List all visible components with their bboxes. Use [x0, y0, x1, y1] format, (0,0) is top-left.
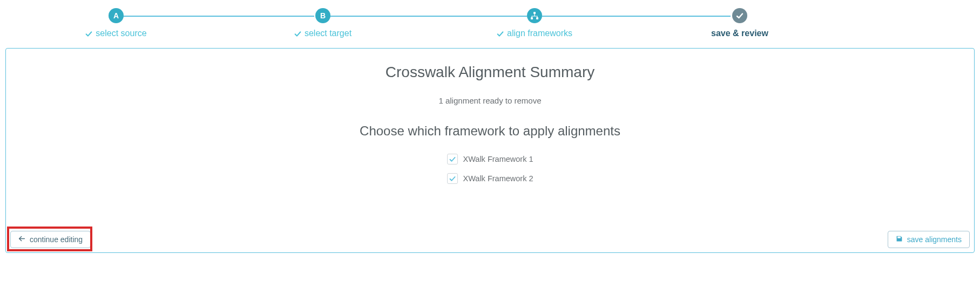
check-circle-icon: [735, 11, 744, 20]
step-label-text: save & review: [711, 29, 768, 38]
step-badge: [732, 8, 747, 23]
framework-label: XWalk Framework 1: [463, 155, 533, 163]
alignment-status-text: 1 alignment ready to remove: [11, 96, 969, 105]
step-align-frameworks[interactable]: align frameworks: [489, 8, 580, 38]
svg-rect-0: [533, 12, 536, 14]
svg-rect-1: [531, 17, 533, 19]
framework-list: XWalk Framework 1 XWalk Framework 2: [11, 154, 969, 184]
summary-panel: Crosswalk Alignment Summary 1 alignment …: [5, 48, 975, 253]
step-label-text: select source: [96, 29, 146, 38]
step-badge: [527, 8, 542, 23]
checkbox-checked[interactable]: [447, 154, 458, 164]
check-icon: [294, 30, 301, 37]
check-icon: [85, 30, 92, 37]
framework-label: XWalk Framework 2: [463, 174, 533, 183]
button-label: continue editing: [30, 235, 83, 244]
step-badge: B: [315, 8, 330, 23]
step-label-text: select target: [305, 29, 352, 38]
step-select-source[interactable]: A select source: [76, 8, 157, 38]
svg-rect-2: [536, 17, 538, 19]
continue-editing-button[interactable]: continue editing: [10, 231, 91, 248]
sitemap-icon: [530, 11, 539, 20]
step-select-target[interactable]: B select target: [282, 8, 363, 38]
progress-stepper: A select source B select target: [5, 8, 975, 43]
arrow-left-icon: [18, 235, 25, 244]
save-icon: [896, 235, 903, 244]
step-label-text: align frameworks: [507, 29, 572, 38]
framework-option[interactable]: XWalk Framework 2: [447, 173, 533, 184]
step-save-review[interactable]: save & review: [702, 8, 778, 38]
check-icon: [497, 30, 504, 37]
framework-option[interactable]: XWalk Framework 1: [447, 154, 533, 164]
page-title: Crosswalk Alignment Summary: [11, 64, 969, 81]
checkbox-checked[interactable]: [447, 173, 458, 184]
button-label: save alignments: [907, 235, 962, 244]
step-badge: A: [109, 8, 124, 23]
choose-framework-heading: Choose which framework to apply alignmen…: [11, 124, 969, 139]
save-alignments-button[interactable]: save alignments: [888, 231, 970, 248]
